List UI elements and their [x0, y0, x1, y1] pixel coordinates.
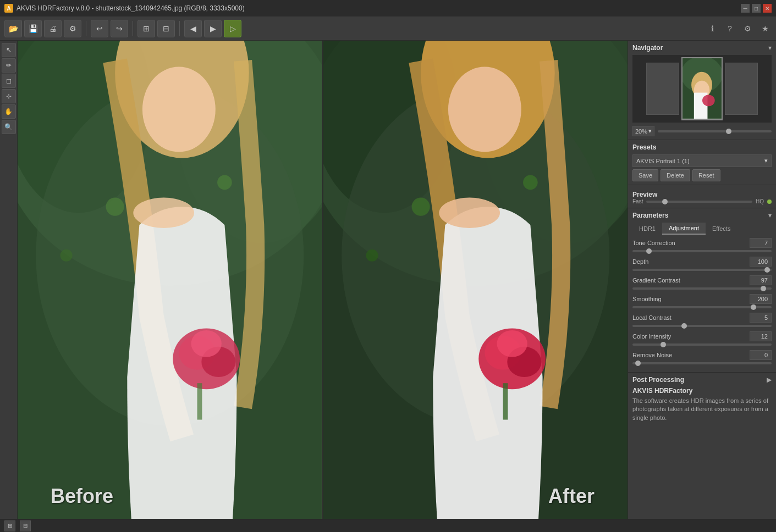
tab-hdr1[interactable]: HDR1	[632, 223, 662, 235]
zoom-value: 20%	[635, 128, 647, 135]
left-tools-panel: ↖ ✏ ◻ ⊹ ✋ 🔍	[0, 41, 18, 519]
hand-tool[interactable]: ✋	[2, 104, 16, 119]
help-button[interactable]: ?	[723, 22, 736, 35]
forward-button[interactable]: ▶	[204, 20, 222, 37]
tab-effects[interactable]: Effects	[706, 223, 737, 235]
before-canvas: Before	[18, 41, 322, 519]
minimize-button[interactable]: ─	[741, 4, 750, 13]
svg-point-37	[702, 95, 715, 106]
back-button[interactable]: ◀	[184, 20, 202, 37]
undo-button[interactable]: ↩	[91, 20, 108, 37]
star-button[interactable]: ★	[758, 22, 772, 35]
zoom-dropdown-icon: ▾	[648, 128, 652, 135]
print-button[interactable]: 🖨	[44, 20, 62, 37]
tone-correction-row: Tone Correction 7	[632, 238, 772, 248]
brush-tool[interactable]: ✏	[2, 58, 16, 73]
depth-value[interactable]: 100	[750, 257, 772, 267]
pointer-tool[interactable]: ↖	[2, 43, 16, 57]
main-layout: ↖ ✏ ◻ ⊹ ✋ 🔍	[0, 41, 776, 519]
gradient-contrast-value[interactable]: 97	[750, 275, 772, 285]
local-contrast-label: Local Contrast	[632, 314, 687, 321]
local-contrast-slider-row	[632, 325, 772, 327]
eraser-tool[interactable]: ◻	[2, 74, 16, 88]
tone-correction-slider[interactable]	[632, 250, 772, 252]
nav-thumb-center[interactable]	[681, 57, 723, 120]
local-contrast-value[interactable]: 5	[750, 313, 772, 323]
remove-noise-label: Remove Noise	[632, 352, 687, 358]
zoom-tool[interactable]: 🔍	[2, 120, 16, 134]
local-contrast-thumb[interactable]	[681, 323, 687, 329]
open-button[interactable]: 📂	[4, 20, 22, 37]
preview-slider[interactable]	[646, 201, 752, 203]
svg-point-5	[106, 198, 124, 216]
preview-fast-label: Fast	[632, 198, 643, 204]
color-intensity-value[interactable]: 12	[750, 331, 772, 341]
zoom-dropdown[interactable]: 20% ▾	[632, 126, 654, 136]
batch-button[interactable]: ⊟	[157, 20, 175, 37]
depth-slider[interactable]	[632, 269, 772, 271]
before-label: Before	[51, 485, 113, 508]
transform-tool[interactable]: ⊹	[2, 89, 16, 103]
window-title: AKVIS HDRFactory v.8.0 - shutterstock_13…	[16, 4, 245, 12]
tone-correction-label: Tone Correction	[632, 240, 687, 246]
zoom-slider[interactable]	[658, 130, 772, 132]
color-intensity-label: Color Intensity	[632, 333, 687, 340]
nav-thumb-left[interactable]	[646, 63, 679, 115]
parameters-tabs: HDR1 Adjustment Effects	[632, 223, 772, 235]
local-contrast-row: Local Contrast 5	[632, 313, 772, 323]
save-as-button[interactable]: 💾	[24, 20, 42, 37]
svg-point-14	[191, 330, 221, 357]
reset-preset-button[interactable]: Reset	[692, 169, 720, 181]
redo-button[interactable]: ↪	[111, 20, 128, 37]
parameters-title: Parameters	[632, 212, 668, 219]
info-button[interactable]: ℹ	[706, 22, 719, 35]
tone-correction-value[interactable]: 7	[750, 238, 772, 248]
color-intensity-thumb[interactable]	[661, 342, 666, 347]
gradient-contrast-slider[interactable]	[632, 287, 772, 290]
remove-noise-slider[interactable]	[632, 362, 772, 364]
after-photo: After	[323, 41, 628, 519]
preset-dropdown[interactable]: AKVIS Portrait 1 (1) ▾	[632, 154, 772, 167]
zoom-slider-thumb[interactable]	[726, 129, 731, 134]
separator-1	[86, 21, 86, 36]
before-after-button[interactable]: ⊞	[137, 20, 155, 37]
maximize-button[interactable]: □	[752, 4, 761, 13]
svg-point-26	[439, 198, 500, 228]
post-processing-expand-icon[interactable]: ▶	[767, 376, 772, 384]
save-preset-button[interactable]: Save	[632, 169, 658, 181]
settings-button[interactable]: ⚙	[64, 20, 81, 37]
bottom-grid-button[interactable]: ⊟	[20, 520, 31, 531]
right-panel: Navigator ▾	[628, 41, 776, 519]
depth-slider-row	[632, 269, 772, 271]
smoothing-thumb[interactable]	[751, 304, 756, 310]
smoothing-row: Smoothing 200	[632, 294, 772, 304]
depth-thumb[interactable]	[764, 267, 770, 273]
gear-button[interactable]: ⚙	[741, 22, 754, 35]
tone-correction-slider-row	[632, 250, 772, 252]
close-button[interactable]: ✕	[763, 4, 772, 13]
remove-noise-value[interactable]: 0	[750, 350, 772, 360]
tone-correction-thumb[interactable]	[646, 248, 652, 254]
nav-thumb-right[interactable]	[725, 63, 758, 115]
navigator-section: Navigator ▾	[628, 41, 776, 140]
local-contrast-slider[interactable]	[632, 325, 772, 327]
preset-selected: AKVIS Portrait 1 (1)	[636, 158, 690, 164]
color-intensity-slider[interactable]	[632, 343, 772, 346]
remove-noise-thumb[interactable]	[635, 361, 641, 366]
preview-section: Preview Fast HQ	[628, 185, 776, 208]
separator-3	[179, 21, 180, 36]
process-button[interactable]: ▷	[224, 20, 241, 37]
bottom-left-button[interactable]: ⊞	[4, 520, 15, 531]
tab-adjustment[interactable]: Adjustment	[662, 223, 706, 235]
preview-title: Preview	[632, 191, 657, 198]
presets-section: Presets AKVIS Portrait 1 (1) ▾ Save Dele…	[628, 140, 776, 185]
smoothing-value[interactable]: 200	[750, 294, 772, 304]
navigator-title: Navigator	[632, 44, 663, 52]
gradient-contrast-thumb[interactable]	[761, 286, 766, 291]
post-processing-section: Post Processing ▶ AKVIS HDRFactory The s…	[628, 373, 776, 425]
svg-rect-31	[503, 383, 508, 419]
smoothing-slider[interactable]	[632, 306, 772, 308]
preview-slider-thumb[interactable]	[662, 199, 668, 204]
delete-preset-button[interactable]: Delete	[661, 169, 690, 181]
navigator-chevron-icon: ▾	[768, 44, 772, 52]
